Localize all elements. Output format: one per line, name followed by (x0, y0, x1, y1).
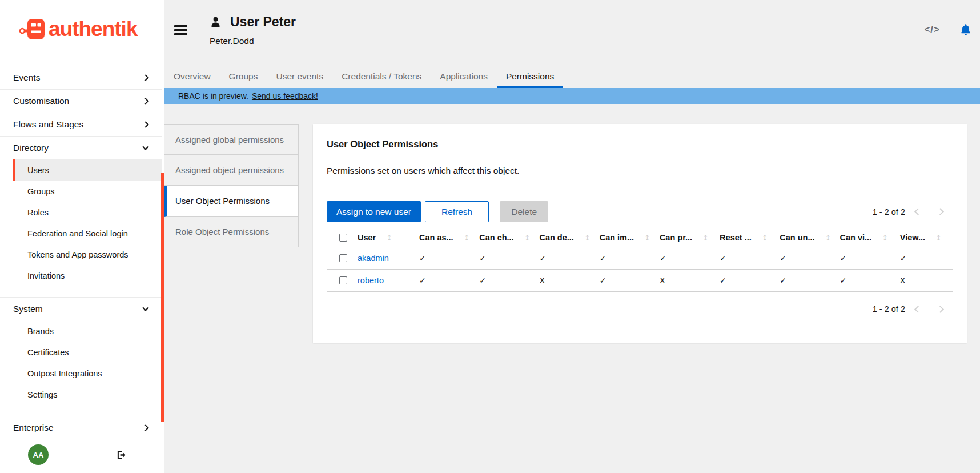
page-title: User Peter (230, 14, 296, 30)
sidebar-item-certificates[interactable]: Certificates (13, 342, 162, 363)
user-icon (210, 15, 222, 29)
user-link[interactable]: roberto (352, 276, 384, 285)
sidebar-item-groups[interactable]: Groups (13, 181, 162, 202)
pagination-top: 1 - 2 of 2 (873, 207, 943, 217)
card-description: Permissions set on users which affect th… (327, 165, 953, 177)
pagination-prev-icon[interactable] (914, 306, 922, 313)
subnav-role-object-permissions[interactable]: Role Object Permissions (164, 217, 299, 247)
column-header-can-de[interactable]: Can de... ↕ (532, 233, 592, 242)
tab-user-events[interactable]: User events (267, 67, 332, 88)
tab-credentials-tokens[interactable]: Credentials / Tokens (332, 67, 431, 88)
card-title: User Object Permissions (327, 138, 953, 150)
app-root: authentik Events Customisation Flows and… (0, 0, 980, 473)
column-header-can-pr[interactable]: Can pr... ↕ (653, 233, 713, 242)
sidebar-item-settings[interactable]: Settings (13, 384, 162, 405)
column-header-can-as[interactable]: Can as... ↕ (412, 233, 472, 242)
row-checkbox[interactable] (339, 276, 347, 284)
sidebar-item-system[interactable]: System (0, 298, 162, 320)
permission-value: X (893, 276, 953, 285)
pagination-label: 1 - 2 of 2 (873, 207, 905, 217)
permission-value: X (653, 276, 713, 285)
user-object-permissions-card: User Object Permissions Permissions set … (313, 124, 967, 343)
content-area: Assigned global permissions Assigned obj… (164, 104, 980, 473)
subnav-assigned-object-permissions[interactable]: Assigned object permissions (164, 155, 299, 186)
sidebar: authentik Events Customisation Flows and… (0, 0, 164, 473)
pagination-bottom: 1 - 2 of 2 (327, 302, 943, 316)
sort-icon: ↕ (935, 234, 942, 242)
select-all-checkbox[interactable] (339, 234, 347, 242)
sort-icon: ↕ (644, 234, 650, 242)
table-row: akadmin ✓ ✓ ✓ ✓ ✓ ✓ ✓ ✓ ✓ (327, 247, 953, 270)
rbac-preview-banner: RBAC is in preview. Send us feedback! (164, 88, 980, 104)
subnav-user-object-permissions[interactable]: User Object Permissions (164, 186, 299, 217)
sort-icon: ↕ (762, 234, 768, 242)
chevron-down-icon (142, 143, 148, 150)
sidebar-item-tokens[interactable]: Tokens and App passwords (13, 244, 162, 265)
tab-applications[interactable]: Applications (431, 67, 497, 88)
row-checkbox[interactable] (339, 254, 347, 262)
avatar[interactable]: AA (28, 444, 49, 465)
sort-icon: ↕ (386, 234, 392, 242)
sidebar-item-outpost-integrations[interactable]: Outpost Integrations (13, 363, 162, 384)
column-header-can-ch[interactable]: Can ch... ↕ (472, 233, 532, 242)
permission-value: X (532, 276, 592, 285)
tab-bar: Overview Groups User events Credentials … (164, 67, 563, 88)
pagination-next-icon[interactable] (937, 208, 944, 215)
sidebar-item-flows-and-stages[interactable]: Flows and Stages (0, 113, 162, 136)
permission-value: ✓ (593, 254, 653, 263)
permission-value: ✓ (773, 276, 833, 285)
sidebar-item-directory[interactable]: Directory (0, 137, 162, 159)
sort-icon: ↕ (702, 234, 709, 242)
assign-to-new-user-button[interactable]: Assign to new user (327, 201, 421, 222)
sort-icon: ↕ (524, 234, 531, 242)
user-link[interactable]: akadmin (352, 254, 389, 263)
permissions-subnav: Assigned global permissions Assigned obj… (164, 124, 299, 247)
permission-value: ✓ (472, 276, 532, 285)
pagination-next-icon[interactable] (937, 306, 944, 313)
column-header-reset[interactable]: Reset ... ↕ (713, 233, 773, 242)
api-drawer-icon[interactable]: </> (924, 24, 940, 35)
page-subtitle: Peter.Dodd (210, 36, 296, 46)
sidebar-footer: AA (0, 436, 162, 473)
menu-toggle-icon[interactable] (174, 25, 187, 37)
page-header: User Peter Peter.Dodd </> Overview Group… (164, 0, 980, 88)
column-header-can-un[interactable]: Can un... ↕ (773, 233, 833, 242)
feedback-link[interactable]: Send us feedback! (252, 91, 318, 101)
chevron-right-icon (142, 98, 148, 104)
tab-permissions[interactable]: Permissions (497, 67, 563, 88)
brand-name: authentik (49, 17, 137, 41)
column-header-can-im[interactable]: Can im... ↕ (593, 233, 653, 242)
sidebar-item-brands[interactable]: Brands (13, 320, 162, 342)
sidebar-item-customisation[interactable]: Customisation (0, 90, 162, 113)
delete-button[interactable]: Delete (500, 201, 548, 222)
notifications-bell-icon[interactable] (959, 23, 972, 36)
permission-value: ✓ (833, 276, 893, 285)
tab-overview[interactable]: Overview (164, 67, 220, 88)
sidebar-item-roles[interactable]: Roles (13, 202, 162, 223)
title-block: User Peter Peter.Dodd (210, 14, 296, 46)
column-header-can-vi[interactable]: Can vi... ↕ (833, 233, 893, 242)
tab-groups[interactable]: Groups (220, 67, 267, 88)
toolbar: Assign to new user Refresh Delete 1 - 2 … (327, 201, 953, 222)
permission-value: ✓ (833, 254, 893, 263)
column-header-view[interactable]: View... ↕ (893, 233, 953, 242)
chevron-right-icon (142, 424, 148, 431)
chevron-right-icon (142, 74, 148, 81)
subnav-assigned-global-permissions[interactable]: Assigned global permissions (164, 124, 299, 155)
sidebar-item-users[interactable]: Users (13, 159, 162, 181)
permission-value: ✓ (593, 276, 653, 285)
sidebar-item-events[interactable]: Events (0, 66, 162, 89)
sidebar-item-invitations[interactable]: Invitations (13, 265, 162, 286)
sidebar-item-federation[interactable]: Federation and Social login (13, 223, 162, 244)
logout-icon[interactable] (116, 450, 127, 460)
pagination-label: 1 - 2 of 2 (873, 304, 905, 314)
chevron-right-icon (142, 121, 148, 127)
refresh-button[interactable]: Refresh (425, 201, 489, 222)
column-header-user[interactable]: User ↕ (352, 233, 412, 242)
authentik-logo[interactable]: authentik (19, 17, 137, 41)
sort-icon: ↕ (882, 234, 888, 242)
permission-value: ✓ (713, 254, 773, 263)
sidebar-nav: Events Customisation Flows and Stages Di… (0, 66, 162, 439)
pagination-prev-icon[interactable] (914, 208, 922, 215)
permission-value: ✓ (893, 254, 953, 263)
